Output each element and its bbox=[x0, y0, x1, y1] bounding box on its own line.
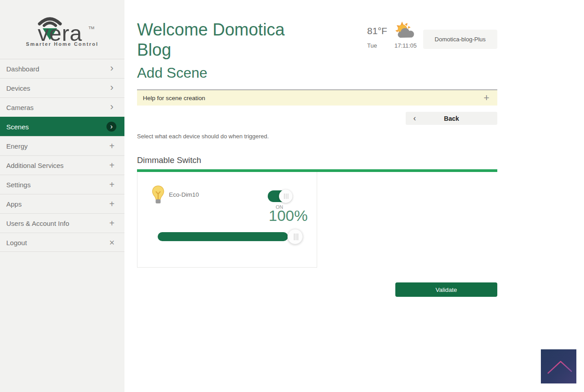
sidebar-item-devices[interactable]: Devices bbox=[0, 78, 124, 97]
sidebar-item-energy[interactable]: Energy bbox=[0, 136, 124, 155]
chevron-right-icon bbox=[106, 79, 117, 98]
page-title: Add Scene bbox=[137, 65, 497, 81]
sidebar-item-label: Devices bbox=[6, 84, 30, 92]
sidebar-item-scenes[interactable]: Scenes bbox=[0, 117, 124, 136]
slider-knob[interactable] bbox=[288, 229, 303, 244]
sidebar-item-logout[interactable]: Logout bbox=[0, 233, 124, 252]
plus-icon bbox=[106, 156, 117, 175]
toggle-knob[interactable] bbox=[279, 189, 292, 203]
vera-app-window: vera TM Smarter Home Control Dashboard D… bbox=[0, 0, 584, 392]
sidebar-item-dashboard[interactable]: Dashboard bbox=[0, 59, 124, 78]
chevron-right-icon bbox=[106, 59, 117, 79]
validate-row: Validate bbox=[137, 282, 497, 297]
plus-icon bbox=[106, 194, 117, 214]
weather-widget: 81°F bbox=[367, 22, 416, 49]
device-name: Eco-Dim10 bbox=[169, 191, 199, 198]
weekday-label: Tue bbox=[367, 42, 387, 49]
chevron-right-icon bbox=[106, 98, 117, 117]
back-row: ‹ Back bbox=[137, 112, 497, 125]
controller-selector[interactable]: Domotica-blog-Plus bbox=[423, 30, 497, 49]
plus-icon bbox=[106, 175, 117, 194]
device-type-title: Dimmable Switch bbox=[137, 155, 497, 165]
sidebar-item-settings[interactable]: Settings bbox=[0, 175, 124, 194]
header-status-cluster: 81°F bbox=[367, 20, 497, 60]
close-icon bbox=[106, 233, 117, 252]
sidebar-item-label: Energy bbox=[6, 142, 28, 150]
welcome-title: Welcome Domotica Blog bbox=[137, 20, 312, 60]
header-row: Welcome Domotica Blog 81°F bbox=[137, 0, 497, 60]
sidebar-item-label: Scenes bbox=[6, 123, 29, 131]
sidebar-item-additional-services[interactable]: Additional Services bbox=[0, 155, 124, 175]
back-button-label: Back bbox=[444, 115, 459, 122]
vera-logo: vera TM Smarter Home Control bbox=[0, 0, 124, 59]
slider-track[interactable] bbox=[158, 232, 288, 241]
help-banner-label: Help for scene creation bbox=[143, 95, 205, 101]
sun-behind-cloud-icon bbox=[394, 22, 416, 40]
scroll-to-top-button[interactable] bbox=[541, 349, 576, 383]
plus-icon bbox=[106, 137, 117, 156]
chevron-up-icon bbox=[541, 349, 576, 383]
sidebar-item-label: Settings bbox=[6, 181, 31, 189]
sidebar-item-label: Apps bbox=[6, 200, 22, 208]
chevron-left-icon: ‹ bbox=[413, 112, 416, 125]
vera-logo-icon: vera TM bbox=[29, 13, 96, 42]
help-banner[interactable]: Help for scene creation + bbox=[137, 89, 497, 106]
sidebar-item-label: Dashboard bbox=[6, 65, 39, 73]
brand-tagline: Smarter Home Control bbox=[26, 41, 98, 47]
clock-time: 17:11:05 bbox=[394, 42, 417, 49]
device-card: Eco-Dim10 ON 100% bbox=[137, 172, 317, 268]
sidebar-item-users-account-info[interactable]: Users & Account Info bbox=[0, 213, 124, 233]
sidebar: vera TM Smarter Home Control Dashboard D… bbox=[0, 0, 124, 392]
sidebar-menu: Dashboard Devices Cameras Scenes Energy … bbox=[0, 59, 124, 252]
instruction-text: Select what each device should do when t… bbox=[137, 133, 497, 140]
expand-plus-icon[interactable]: + bbox=[482, 90, 491, 106]
svg-text:TM: TM bbox=[88, 26, 94, 30]
chevron-right-icon bbox=[106, 122, 116, 132]
dim-level-slider[interactable] bbox=[158, 229, 303, 244]
sidebar-item-apps[interactable]: Apps bbox=[0, 194, 124, 213]
sidebar-item-label: Users & Account Info bbox=[6, 220, 69, 227]
plus-icon bbox=[106, 214, 117, 233]
device-on-off-toggle[interactable] bbox=[268, 190, 291, 202]
sidebar-item-label: Additional Services bbox=[6, 162, 64, 169]
light-bulb-icon bbox=[151, 185, 165, 204]
svg-text:vera: vera bbox=[38, 21, 82, 42]
dim-level-value: 100% bbox=[269, 207, 308, 225]
sidebar-item-cameras[interactable]: Cameras bbox=[0, 97, 124, 117]
main-content: Welcome Domotica Blog 81°F bbox=[124, 0, 497, 297]
sidebar-item-label: Logout bbox=[6, 239, 27, 247]
validate-button[interactable]: Validate bbox=[395, 282, 497, 297]
back-button[interactable]: ‹ Back bbox=[406, 112, 497, 125]
temperature-value: 81°F bbox=[367, 26, 387, 36]
sidebar-item-label: Cameras bbox=[6, 104, 34, 111]
